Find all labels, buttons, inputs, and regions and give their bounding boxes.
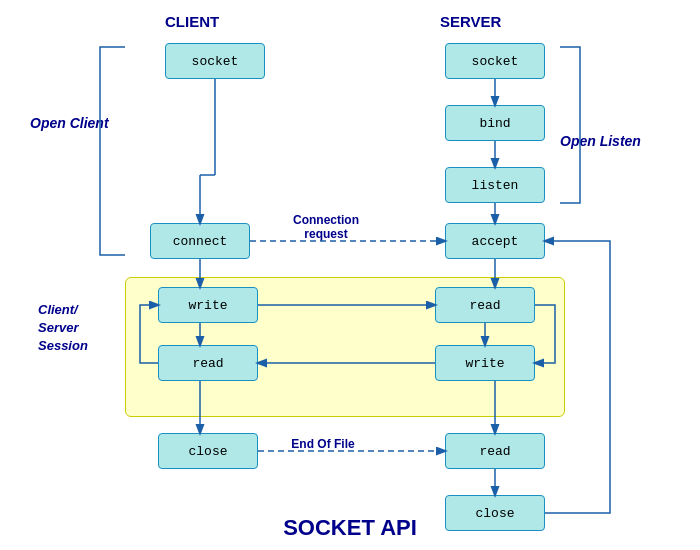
server-accept-box: accept xyxy=(445,223,545,259)
client-close-box: close xyxy=(158,433,258,469)
server-header: SERVER xyxy=(440,13,501,30)
open-client-label: Open Client xyxy=(30,115,109,131)
connection-request-label: Connectionrequest xyxy=(266,213,386,241)
server-write-box: write xyxy=(435,345,535,381)
client-connect-box: connect xyxy=(150,223,250,259)
end-of-file-label: End Of File xyxy=(268,437,378,451)
client-header: CLIENT xyxy=(165,13,219,30)
server-bind-box: bind xyxy=(445,105,545,141)
server-read2-box: read xyxy=(445,433,545,469)
arrows-svg xyxy=(10,5,690,545)
diagram-container: CLIENT SERVER socket connect write read … xyxy=(10,5,690,545)
server-socket-box: socket xyxy=(445,43,545,79)
client-read-box: read xyxy=(158,345,258,381)
server-listen-box: listen xyxy=(445,167,545,203)
open-listen-label: Open Listen xyxy=(560,133,641,149)
server-read-box: read xyxy=(435,287,535,323)
client-socket-box: socket xyxy=(165,43,265,79)
client-write-box: write xyxy=(158,287,258,323)
footer-title: SOCKET API xyxy=(10,515,690,541)
session-label: Client/ServerSession xyxy=(38,301,88,356)
